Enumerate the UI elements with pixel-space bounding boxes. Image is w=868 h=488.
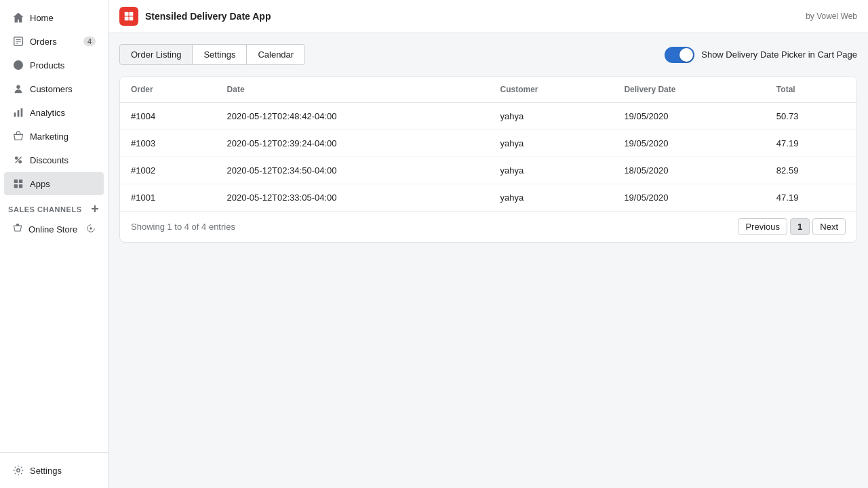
prev-page-button[interactable]: Previous <box>738 218 787 235</box>
cell-order: #1003 <box>120 130 216 157</box>
cell-order: #1001 <box>120 184 216 211</box>
svg-rect-14 <box>14 184 18 188</box>
svg-rect-13 <box>19 180 22 183</box>
svg-point-10 <box>19 161 22 163</box>
sidebar-nav: Home Orders 4 Products Customers <box>0 0 108 452</box>
cell-customer: yahya <box>490 157 614 184</box>
sidebar-item-products[interactable]: Products <box>4 54 104 77</box>
sidebar-bottom: Settings <box>0 452 108 488</box>
sidebar-item-customers-label: Customers <box>30 84 73 94</box>
table-row[interactable]: #1003 2020-05-12T02:39:24-04:00 yahya 19… <box>120 130 856 157</box>
sidebar-item-home-label: Home <box>30 13 54 23</box>
table-row[interactable]: #1004 2020-05-12T02:48:42-04:00 yahya 19… <box>120 103 856 130</box>
cell-delivery-date: 18/05/2020 <box>613 157 765 184</box>
sidebar-item-analytics-label: Analytics <box>30 108 65 118</box>
sidebar-item-orders[interactable]: Orders 4 <box>4 30 104 53</box>
sidebar-item-marketing[interactable]: Marketing <box>4 125 104 148</box>
table-row[interactable]: #1001 2020-05-12T02:33:05-04:00 yahya 19… <box>120 184 856 211</box>
sidebar-item-apps[interactable]: Apps <box>4 172 104 195</box>
show-delivery-toggle[interactable] <box>665 47 694 63</box>
sidebar-item-analytics[interactable]: Analytics <box>4 101 104 124</box>
sidebar-item-marketing-label: Marketing <box>30 131 68 142</box>
sidebar-item-discounts-label: Discounts <box>30 155 68 165</box>
marketing-icon <box>12 130 24 142</box>
table-header-row: Order Date Customer Delivery Date Total <box>120 77 856 103</box>
content-area: Order Listing Settings Calendar Show Del… <box>108 33 868 488</box>
cell-total: 82.59 <box>766 157 856 184</box>
cell-total: 47.19 <box>766 130 856 157</box>
sidebar-item-online-store[interactable]: Online Store <box>4 218 104 241</box>
cell-date: 2020-05-12T02:48:42-04:00 <box>216 103 490 130</box>
cell-date: 2020-05-12T02:33:05-04:00 <box>216 184 490 211</box>
svg-point-5 <box>16 85 20 89</box>
svg-rect-21 <box>129 12 133 16</box>
svg-rect-7 <box>18 110 20 117</box>
toggle-wrap: Show Delivery Date Picker in Cart Page <box>665 47 857 63</box>
pagination: Previous 1 Next <box>738 218 846 235</box>
cell-date: 2020-05-12T02:34:50-04:00 <box>216 157 490 184</box>
svg-rect-6 <box>14 113 16 117</box>
tabs-left: Order Listing Settings Calendar <box>119 44 305 65</box>
svg-point-18 <box>90 227 92 230</box>
cell-date: 2020-05-12T02:39:24-04:00 <box>216 130 490 157</box>
col-order: Order <box>120 77 216 103</box>
svg-rect-22 <box>125 16 129 20</box>
products-icon <box>12 59 24 71</box>
cell-delivery-date: 19/05/2020 <box>613 130 765 157</box>
orders-card: Order Date Customer Delivery Date Total … <box>119 76 857 243</box>
online-store-label: Online Store <box>28 224 77 235</box>
app-icon <box>119 7 138 26</box>
sidebar-item-products-label: Products <box>30 60 64 70</box>
col-total: Total <box>766 77 856 103</box>
sidebar: Home Orders 4 Products Customers <box>0 0 108 488</box>
svg-rect-8 <box>21 108 23 117</box>
sidebar-item-home[interactable]: Home <box>4 6 104 29</box>
sales-channels-label: SALES CHANNELS <box>8 205 82 214</box>
home-icon <box>12 12 24 24</box>
cell-total: 50.73 <box>766 103 856 130</box>
cell-delivery-date: 19/05/2020 <box>613 103 765 130</box>
orders-badge: 4 <box>83 37 96 46</box>
topbar: Stensiled Delivery Date App by Vowel Web <box>108 0 868 33</box>
sales-channels-section: SALES CHANNELS <box>0 196 108 218</box>
sidebar-item-customers[interactable]: Customers <box>4 77 104 100</box>
sidebar-item-orders-label: Orders <box>30 37 57 47</box>
table-footer: Showing 1 to 4 of 4 entries Previous 1 N… <box>120 211 856 242</box>
discounts-icon <box>12 154 24 166</box>
next-page-button[interactable]: Next <box>812 218 846 235</box>
svg-rect-20 <box>125 12 129 16</box>
add-channel-icon[interactable] <box>90 204 100 215</box>
tabs-bar: Order Listing Settings Calendar Show Del… <box>119 44 857 65</box>
toggle-label: Show Delivery Date Picker in Cart Page <box>701 49 857 60</box>
cell-total: 47.19 <box>766 184 856 211</box>
page-1-button[interactable]: 1 <box>790 218 810 235</box>
col-customer: Customer <box>490 77 614 103</box>
tab-order-listing[interactable]: Order Listing <box>119 44 193 65</box>
cell-customer: yahya <box>490 103 614 130</box>
sidebar-item-settings[interactable]: Settings <box>4 459 104 482</box>
settings-icon <box>12 464 24 476</box>
online-store-icon <box>12 223 23 236</box>
orders-icon <box>12 35 24 47</box>
col-date: Date <box>216 77 490 103</box>
online-store-settings-icon[interactable] <box>86 224 96 235</box>
svg-rect-12 <box>14 180 18 183</box>
cell-delivery-date: 19/05/2020 <box>613 184 765 211</box>
orders-table: Order Date Customer Delivery Date Total … <box>120 77 856 211</box>
sidebar-settings-label: Settings <box>30 466 62 476</box>
tab-calendar[interactable]: Calendar <box>246 44 305 65</box>
svg-rect-15 <box>19 184 22 188</box>
showing-text: Showing 1 to 4 of 4 entries <box>131 222 235 232</box>
table-row[interactable]: #1002 2020-05-12T02:34:50-04:00 yahya 18… <box>120 157 856 184</box>
customers-icon <box>12 83 24 95</box>
cell-customer: yahya <box>490 130 614 157</box>
tab-settings[interactable]: Settings <box>192 44 247 65</box>
svg-point-19 <box>17 469 20 472</box>
app-title: Stensiled Delivery Date App <box>145 11 799 22</box>
cell-order: #1002 <box>120 157 216 184</box>
app-by: by Vowel Web <box>806 12 857 21</box>
apps-icon <box>12 178 24 190</box>
svg-point-9 <box>16 157 18 160</box>
sidebar-item-discounts[interactable]: Discounts <box>4 148 104 171</box>
cell-order: #1004 <box>120 103 216 130</box>
